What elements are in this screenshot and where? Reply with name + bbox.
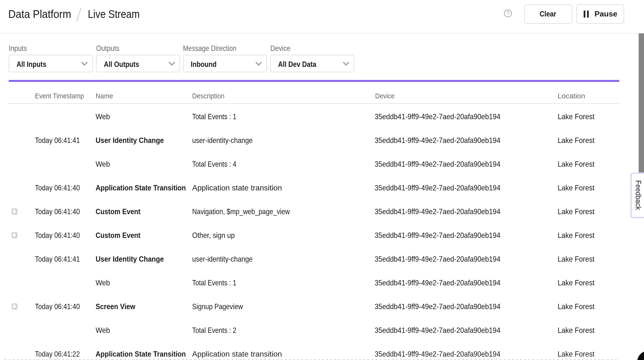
svg-text:?: ? — [506, 10, 509, 16]
